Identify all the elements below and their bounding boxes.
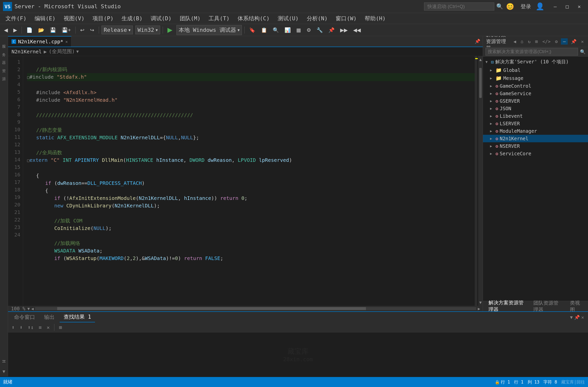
- project-n2n1kernel[interactable]: ▶ ⚙ N2n1Kernel: [483, 135, 588, 142]
- toolbar-btn-5[interactable]: ▦: [294, 26, 303, 34]
- project-gameservice[interactable]: ▶ ⚙ GameService: [483, 90, 588, 97]
- tab-close-button[interactable]: ✕: [65, 39, 68, 44]
- minimize-button[interactable]: —: [549, 2, 561, 11]
- scroll-left-arrow[interactable]: ◀: [30, 306, 35, 311]
- sidebar-icon-3[interactable]: 器: [1, 55, 7, 61]
- platform-dropdown[interactable]: Win32 ▼: [135, 26, 160, 34]
- redo-button[interactable]: ↪: [88, 26, 96, 34]
- menu-analyze[interactable]: 分析(N): [303, 13, 331, 24]
- menu-project[interactable]: 项目(P): [89, 13, 117, 24]
- sidebar-icon-5[interactable]: 源: [1, 71, 7, 77]
- pin-tab-button[interactable]: 📌: [472, 36, 483, 47]
- open-file-button[interactable]: 📂: [36, 26, 46, 34]
- editor-tab-main[interactable]: C N2n1Kernel.cpp* ✕: [8, 36, 71, 47]
- undo-button[interactable]: ↩: [78, 26, 86, 34]
- project-lserver[interactable]: ▶ ⚙ LSERVER: [483, 120, 588, 127]
- bottom-close-button[interactable]: ✕: [581, 315, 584, 320]
- tab-output[interactable]: 输出: [40, 312, 59, 322]
- editor-vertical-scrollbar[interactable]: ▲ ▼: [478, 56, 483, 306]
- sol-btn-settings[interactable]: ⚙: [554, 38, 559, 45]
- breadcrumb-expand-icon[interactable]: ▼: [76, 49, 79, 54]
- tab-command-window[interactable]: 命令窗口: [10, 312, 39, 322]
- toolbar-btn-6[interactable]: ⚙: [305, 26, 313, 34]
- project-gamecontrol[interactable]: ▶ ⚙ GameControl: [483, 82, 588, 90]
- project-global[interactable]: ▶ 📁 Global: [483, 66, 588, 74]
- tab-team-explorer[interactable]: 团队资源管理器: [530, 298, 566, 312]
- sol-btn-refresh[interactable]: ↻: [527, 38, 532, 45]
- zoom-label[interactable]: 100 %: [9, 306, 27, 311]
- menu-file[interactable]: 文件(F): [2, 13, 30, 24]
- menu-window[interactable]: 窗口(W): [332, 13, 360, 24]
- maximize-button[interactable]: □: [561, 2, 573, 11]
- new-file-button[interactable]: 📄: [24, 26, 35, 34]
- find-options-button[interactable]: ⊞: [57, 323, 63, 331]
- toolbar-btn-9[interactable]: ▶▶: [338, 26, 350, 34]
- menu-arch[interactable]: 体系结构(C): [234, 13, 273, 24]
- menu-tools[interactable]: 工具(T): [205, 13, 233, 24]
- close-button[interactable]: ✕: [573, 2, 585, 11]
- save-all-button[interactable]: 💾+: [60, 26, 73, 34]
- project-nserver[interactable]: ▶ ⚙ NSERVER: [483, 142, 588, 150]
- toolbar-btn-7[interactable]: 🔧: [315, 26, 325, 34]
- menu-view[interactable]: 视图(V): [60, 13, 88, 24]
- quick-launch-input[interactable]: [424, 3, 494, 11]
- project-json[interactable]: ▶ ⚙ JSON: [483, 105, 588, 112]
- tab-class-view[interactable]: 类视图: [566, 298, 586, 312]
- project-libevent[interactable]: ▶ ⚙ Libevent: [483, 112, 588, 120]
- tab-solution-explorer[interactable]: 解决方案资源管理器: [485, 298, 529, 312]
- menu-team[interactable]: 团队(M): [176, 13, 204, 24]
- toolbar-btn-1[interactable]: 🔖: [247, 26, 257, 34]
- code-editor[interactable]: 1 2 3 4 5 6 7 8 9 10 11 12 13: [8, 56, 483, 306]
- debug-target-dropdown[interactable]: 本地 Windows 调试器 ▼: [176, 25, 242, 35]
- sol-btn-home[interactable]: ⌂: [519, 38, 525, 45]
- back-button[interactable]: ◀: [2, 26, 10, 34]
- hscroll-track[interactable]: [35, 307, 476, 310]
- sidebar-icon-4[interactable]: 资: [1, 63, 7, 69]
- find-clear-button[interactable]: ⬆↕: [26, 323, 35, 331]
- find-next-button[interactable]: ⬇: [18, 323, 24, 331]
- solution-search-input[interactable]: [485, 48, 578, 56]
- bottom-dropdown-icon[interactable]: ▼: [570, 315, 573, 320]
- project-modulemanager[interactable]: ▶ ⚙ ModuleManager: [483, 127, 588, 135]
- scroll-up-arrow[interactable]: ▲: [479, 56, 482, 63]
- configuration-dropdown[interactable]: Release ▼: [102, 26, 133, 34]
- login-button[interactable]: 登录: [518, 2, 534, 11]
- find-list-button[interactable]: ≡: [37, 323, 43, 331]
- find-prev-button[interactable]: ⬆: [10, 323, 16, 331]
- bottom-pin-icon[interactable]: 📌: [574, 315, 580, 320]
- sidebar-icon-2[interactable]: 务: [1, 47, 7, 53]
- sidebar-icon-h[interactable]: H: [1, 358, 7, 364]
- toolbar-btn-3[interactable]: 🔍: [271, 26, 281, 34]
- toolbar-btn-8[interactable]: 📌: [326, 26, 337, 34]
- sol-btn-back[interactable]: ◀: [512, 38, 518, 45]
- scroll-thumb[interactable]: [479, 68, 482, 98]
- menu-edit[interactable]: 编辑(E): [31, 13, 59, 24]
- forward-button[interactable]: ▶: [11, 26, 19, 34]
- sol-btn-filter[interactable]: ⊞: [534, 38, 539, 45]
- scroll-down-arrow[interactable]: ▼: [479, 299, 482, 306]
- start-debug-button[interactable]: ▶: [165, 25, 174, 35]
- tab-find-results[interactable]: 查找结果 1: [60, 312, 95, 322]
- project-servicecore[interactable]: ▶ ⚙ ServiceCore: [483, 150, 588, 157]
- project-gserver[interactable]: ▶ ⚙ GSERVER: [483, 97, 588, 105]
- project-message[interactable]: ▶ 📁 Message: [483, 74, 588, 82]
- scroll-right-arrow[interactable]: ▶: [476, 306, 482, 311]
- menu-test[interactable]: 测试(U): [274, 13, 302, 24]
- sol-close-button[interactable]: ✕: [580, 38, 585, 45]
- sidebar-icon-arrow[interactable]: ▼: [1, 368, 7, 374]
- sidebar-server-icon[interactable]: 服: [1, 39, 7, 45]
- hscroll-thumb[interactable]: [57, 307, 366, 310]
- solution-root[interactable]: ▼ ⊡ 解决方案'Server' (10 个项目): [483, 58, 588, 66]
- find-stop-button[interactable]: ✕: [45, 323, 51, 331]
- code-content[interactable]: //新内核源码 □#include "Stdafx.h" #include <A…: [23, 56, 475, 306]
- menu-debug[interactable]: 调试(D): [147, 13, 175, 24]
- toolbar-btn-2[interactable]: 📋: [259, 26, 269, 34]
- menu-build[interactable]: 生成(B): [118, 13, 146, 24]
- toolbar-btn-4[interactable]: 📊: [282, 26, 293, 34]
- sol-pin-icon[interactable]: 📌: [570, 38, 578, 45]
- zoom-dropdown-icon[interactable]: ▼: [27, 306, 30, 311]
- menu-help[interactable]: 帮助(H): [361, 13, 389, 24]
- sol-btn-code[interactable]: </>: [541, 38, 552, 45]
- sol-btn-active[interactable]: —: [561, 38, 568, 45]
- save-button[interactable]: 💾: [48, 26, 58, 34]
